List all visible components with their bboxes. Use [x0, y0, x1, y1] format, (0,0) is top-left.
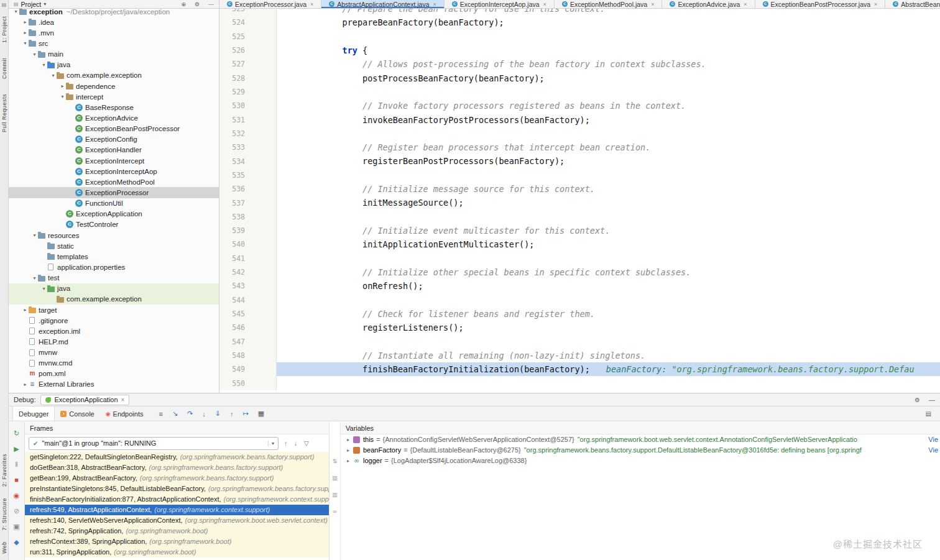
view-breakpoints-icon[interactable]: ◉	[14, 492, 20, 499]
editor-tab-abstractbeanfactor[interactable]: CAbstractBeanFactor×	[885, 0, 940, 8]
tree-item-exceptionconfig[interactable]: CExceptionConfig	[9, 134, 219, 145]
frame-row-getsingleton-222[interactable]: getSingleton:222, DefaultSingletonBeanRe…	[25, 452, 329, 462]
editor-tab-exceptionmethodpool-java[interactable]: CExceptionMethodPool.java×	[555, 0, 663, 8]
line-number[interactable]: 532	[219, 127, 277, 140]
line-number[interactable]: 547	[219, 335, 277, 349]
layout-settings-icon[interactable]: ▤	[926, 410, 931, 417]
tree-item-gitignore[interactable]: .gitignore	[9, 315, 219, 326]
close-icon[interactable]: ×	[543, 1, 546, 7]
close-icon[interactable]: ×	[433, 1, 436, 7]
code-text[interactable]: // Invoke factory processors registered …	[277, 99, 940, 112]
settings-icon[interactable]: ⚙	[195, 1, 200, 7]
chevron-right-icon[interactable]: ▸	[22, 382, 29, 387]
tool-window-button-1-project[interactable]: 1: Project	[1, 16, 7, 43]
code-text[interactable]: postProcessBeanFactory(beanFactory);	[277, 71, 940, 85]
tool-window-button-web[interactable]: Web	[1, 541, 7, 554]
chevron-right-icon[interactable]: ▸	[22, 30, 29, 35]
code-text[interactable]	[277, 293, 940, 307]
line-number[interactable]: 530	[219, 99, 277, 112]
tree-item-templates[interactable]: templates	[9, 251, 219, 262]
chevron-right-icon[interactable]: ▸	[22, 307, 29, 313]
tree-item-src[interactable]: ▾src	[9, 38, 219, 48]
tree-item-dependence[interactable]: ▸dependence	[9, 81, 219, 91]
mute-breakpoints-icon[interactable]: ⊘	[14, 507, 19, 515]
tool-window-button-2-favorites[interactable]: 2: Favorites	[1, 454, 7, 487]
frame-row-preinstantiatesingletons-845[interactable]: preInstantiateSingletons:845, DefaultLis…	[25, 484, 329, 494]
line-number[interactable]: 542	[219, 265, 277, 279]
line-number[interactable]: 526	[219, 44, 277, 57]
hide-frames-filter-icon[interactable]: ▽	[304, 440, 309, 447]
chevron-right-icon[interactable]: ▸	[344, 445, 352, 456]
force-step-into-icon[interactable]: ⇓	[215, 410, 221, 418]
tool-window-button-7-structure[interactable]: 7: Structure	[1, 498, 7, 531]
line-number[interactable]: 534	[219, 154, 277, 168]
view-link[interactable]: Vie	[925, 434, 938, 445]
variable-row-beanfactory[interactable]: ▸beanFactory={DefaultListableBeanFactory…	[341, 445, 940, 456]
close-icon[interactable]: ×	[310, 1, 313, 7]
tree-item-java[interactable]: ▾java	[9, 60, 219, 70]
tree-item-exceptionapplication[interactable]: CExceptionApplication	[9, 209, 219, 219]
tree-item-testcontroler[interactable]: CTestControler	[9, 219, 219, 230]
variable-row-this[interactable]: ▸this={AnnotationConfigServletWebServerA…	[341, 434, 940, 445]
editor[interactable]: 523 // Prepare the bean factory for use …	[219, 9, 940, 393]
code-text[interactable]: onRefresh();	[277, 279, 940, 293]
step-into-icon[interactable]: ↓	[202, 410, 206, 418]
chevron-right-icon[interactable]: ▸	[22, 19, 29, 25]
more-menu-icon[interactable]: ≡	[159, 410, 162, 418]
code-text[interactable]: initApplicationEventMulticaster();	[277, 237, 940, 251]
run-to-cursor-icon[interactable]: ↦	[243, 410, 249, 418]
tree-item-exceptionbeanpostprocessor[interactable]: CExceptionBeanPostProcessor	[9, 124, 219, 134]
code-text[interactable]: prepareBeanFactory(beanFactory);	[277, 16, 940, 29]
variable-row-logger[interactable]: ▸∞logger={LogAdapter$Slf4jLocationAwareL…	[341, 456, 940, 466]
code-text[interactable]: finishBeanFactoryInitialization(beanFact…	[277, 362, 940, 376]
code-text[interactable]: registerBeanPostProcessors(beanFactory);	[277, 154, 940, 168]
line-number[interactable]: 528	[219, 71, 277, 85]
debug-tab-endpoints[interactable]: ◉Endpoints	[100, 406, 149, 421]
next-frame-icon[interactable]: ↓	[294, 440, 297, 447]
editor-tab-exceptioninterceptaop-java[interactable]: CExceptionInterceptAop.java×	[445, 0, 555, 8]
code-text[interactable]: // Initialize other special beans in spe…	[277, 265, 940, 279]
tree-item-exception[interactable]: ▾exception~/Desktop/project/java/excepti…	[9, 9, 219, 17]
settings-icon[interactable]: ⚙	[915, 397, 920, 403]
close-icon[interactable]: ×	[874, 1, 877, 7]
line-number[interactable]: 529	[219, 85, 277, 99]
line-number[interactable]: 545	[219, 307, 277, 321]
project-panel-title[interactable]: Project	[21, 1, 42, 8]
code-text[interactable]: try {	[277, 44, 940, 57]
line-number[interactable]: 537	[219, 196, 277, 209]
stop-icon[interactable]: ■	[14, 476, 19, 484]
tree-item-static[interactable]: static	[9, 241, 219, 251]
chevron-down-icon[interactable]: ▾	[40, 62, 47, 68]
scroll-icon[interactable]: ⇅	[333, 458, 338, 464]
chevron-down-icon[interactable]: ▾	[268, 441, 274, 446]
show-execution-point-icon[interactable]: ↘	[172, 410, 178, 418]
tree-item-pom-xml[interactable]: mpom.xml	[9, 369, 219, 379]
view-link[interactable]: Vie	[925, 445, 938, 456]
debug-tab-console[interactable]: ›Console	[55, 406, 99, 421]
line-number[interactable]: 549	[219, 362, 277, 376]
line-number[interactable]: 546	[219, 321, 277, 334]
window-menu-icon[interactable]: ▤	[2, 2, 7, 7]
line-number[interactable]: 527	[219, 57, 277, 71]
debug-session-tab[interactable]: ExceptionApplication ×	[40, 395, 129, 405]
chevron-right-icon[interactable]: ▸	[344, 456, 352, 466]
evaluate-expression-icon[interactable]: ▦	[258, 410, 264, 418]
tree-item-idea[interactable]: ▸.idea	[9, 17, 219, 27]
hide-icon[interactable]: —	[929, 397, 935, 403]
code-text[interactable]	[277, 210, 940, 224]
code-text[interactable]: // Instantiate all remaining (non-lazy-i…	[277, 349, 940, 362]
line-number[interactable]: 531	[219, 113, 277, 127]
watch-return-values-icon[interactable]: ∞	[333, 508, 336, 515]
tree-item-exceptionadvice[interactable]: CExceptionAdvice	[9, 112, 219, 123]
line-number[interactable]: 541	[219, 252, 277, 265]
tool-window-button-commit[interactable]: Commit	[1, 58, 7, 79]
frame-row-finishbeanfactoryinitialization-877[interactable]: finishBeanFactoryInitialization:877, Abs…	[25, 494, 329, 505]
rerun-icon[interactable]: ↻	[14, 429, 19, 437]
frame-row-getbean-199[interactable]: getBean:199, AbstractBeanFactory,(org.sp…	[25, 473, 329, 484]
tree-item-exceptionprocessor[interactable]: CExceptionProcessor	[9, 187, 219, 198]
line-number[interactable]: 544	[219, 293, 277, 307]
code-text[interactable]: initMessageSource();	[277, 196, 940, 209]
resume-icon[interactable]: ▶	[14, 445, 19, 452]
editor-tab-abstractapplicationcontext-java[interactable]: CAbstractApplicationContext.java×	[321, 0, 445, 8]
tree-item-mvn[interactable]: ▸.mvn	[9, 27, 219, 38]
